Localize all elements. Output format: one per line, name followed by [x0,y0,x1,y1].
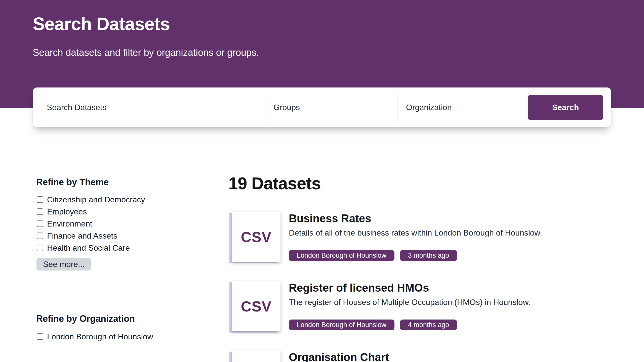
theme-option-environment[interactable]: Environment [37,218,228,230]
dataset-description: The register of Houses of Multiple Occup… [289,298,530,307]
organization-badge[interactable]: London Borough of Hounslow [289,320,394,330]
dataset-title-link[interactable]: Business Rates [289,212,542,225]
theme-option-finance[interactable]: Finance and Assets [37,230,228,242]
dataset-info: Business Rates Details of all of the bus… [289,212,542,262]
dataset-format-thumbnail: CSV [232,281,280,331]
theme-checkbox-employees[interactable] [37,208,43,215]
theme-option-citizenship[interactable]: Citizenship and Democracy [37,194,228,206]
dataset-format-label: CSV [241,229,271,245]
dataset-title-link[interactable]: Register of licensed HMOs [289,282,530,294]
theme-option-label: Citizenship and Democracy [47,195,145,204]
refine-by-organization-heading: Refine by Organization [36,313,228,324]
dataset-title-link[interactable]: Organisation Chart [289,351,389,362]
dataset-format-box: CSV [232,281,280,331]
dataset-format-thumbnail [232,350,280,362]
dataset-info: Register of licensed HMOs The register o… [289,281,530,331]
theme-option-health[interactable]: Health and Social Care [37,242,228,254]
dataset-format-box: CSV [232,212,280,262]
search-datasets-input[interactable] [33,87,265,127]
filters-sidebar: Refine by Theme Citizenship and Democrac… [33,173,228,343]
theme-checkbox-finance[interactable] [37,233,43,239]
dataset-format-thumbnail: CSV [232,212,280,262]
theme-checkbox-health[interactable] [37,245,43,251]
updated-time-badge: 4 months ago [400,320,457,330]
dataset-format-label: CSV [241,298,271,315]
theme-option-label: Health and Social Care [47,243,130,253]
see-more-button[interactable]: See more... [36,258,91,270]
groups-field [265,87,397,127]
search-bar: Search [33,87,611,127]
dataset-card: Organisation Chart [228,350,611,362]
theme-option-employees[interactable]: Employees [37,206,228,218]
content-area: Refine by Theme Citizenship and Democrac… [0,173,644,362]
page-subtitle: Search datasets and filter by organizati… [33,47,611,58]
results-panel: 19 Datasets CSV Business Rates Details o… [228,173,611,362]
theme-option-label: Environment [47,219,92,229]
organization-option-hounslow[interactable]: London Borough of Hounslow [37,331,228,343]
page-title: Search Datasets [33,14,611,34]
dataset-description: Details of all of the business rates wit… [289,228,542,238]
results-count-heading: 19 Datasets [228,173,611,193]
organization-input[interactable] [397,87,527,127]
dataset-info: Organisation Chart [289,350,389,362]
dataset-card: CSV Business Rates Details of all of the… [228,212,611,262]
theme-options-list: Citizenship and Democracy Employees Envi… [37,194,228,254]
dataset-format-box [232,350,280,362]
dataset-badges: London Borough of Hounslow 3 months ago [289,250,542,262]
theme-checkbox-citizenship[interactable] [37,196,43,203]
theme-option-label: Finance and Assets [47,231,117,241]
search-datasets-field [33,87,265,127]
search-button[interactable]: Search [528,95,603,120]
organization-field [397,87,527,127]
theme-option-label: Employees [47,207,87,216]
organization-option-label: London Borough of Hounslow [47,332,153,341]
dataset-badges: London Borough of Hounslow 4 months ago [289,320,530,331]
updated-time-badge: 3 months ago [400,250,457,261]
organization-badge[interactable]: London Borough of Hounslow [289,250,394,261]
dataset-list: CSV Business Rates Details of all of the… [228,212,611,362]
dataset-card: CSV Register of licensed HMOs The regist… [228,281,611,331]
search-button-wrap: Search [527,87,611,127]
groups-input[interactable] [265,87,397,127]
theme-checkbox-environment[interactable] [37,220,43,227]
organization-checkbox-hounslow[interactable] [37,333,43,340]
refine-by-theme-heading: Refine by Theme [36,177,228,188]
page: Search Datasets Search datasets and filt… [0,0,644,362]
